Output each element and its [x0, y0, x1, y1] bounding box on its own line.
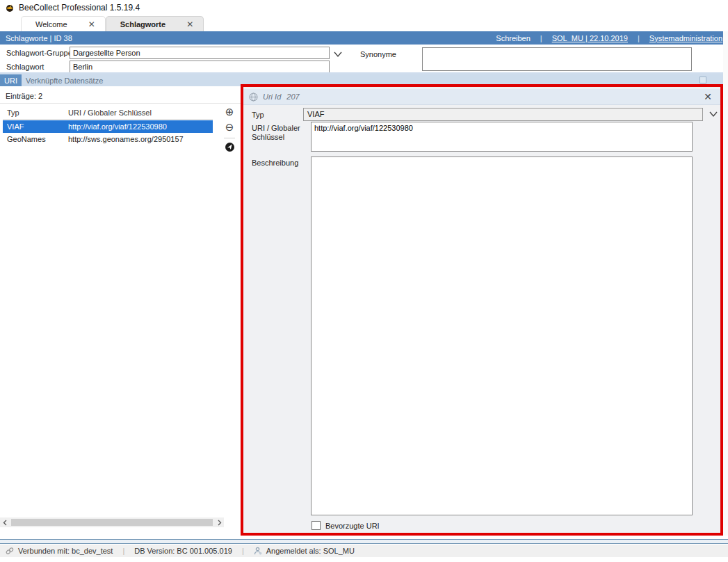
scroll-right-icon[interactable] — [214, 517, 224, 527]
user-icon — [254, 547, 262, 555]
user-date-link[interactable]: SOL_MU | 22.10.2019 — [552, 34, 628, 42]
logged-in-status: Angemeldet als: SOL_MU — [266, 547, 355, 555]
systemadministration-link[interactable]: Systemadministration — [649, 34, 722, 42]
synonyms-label: Synonyme — [360, 50, 396, 58]
cell-uri: http://sws.geonames.org/2950157 — [68, 135, 213, 143]
detail-close-icon[interactable]: ✕ — [701, 91, 715, 102]
divider — [0, 103, 241, 104]
globe-icon — [249, 93, 258, 102]
description-label: Beschreibung — [252, 159, 298, 167]
mode-label: Schreiben — [496, 34, 531, 42]
document-tabstrip: Welcome ✕ Schlagworte ✕ — [0, 15, 728, 31]
separator: | — [638, 34, 640, 42]
tab-schlagworte-label: Schlagworte — [116, 20, 184, 29]
typ-label: Typ — [252, 111, 264, 119]
remove-uri-button[interactable]: ⊖ — [225, 120, 234, 135]
open-uri-globe-button[interactable] — [225, 142, 235, 152]
tab-welcome-label: Welcome — [31, 20, 86, 29]
typ-dropdown-chevron-icon[interactable] — [708, 110, 719, 118]
synonyms-textarea[interactable] — [422, 47, 692, 71]
separator: | — [540, 34, 542, 42]
list-header-row: Typ URI / Globaler Schlüssel — [3, 106, 213, 120]
connected-status: Verbunden mit: bc_dev_test — [18, 547, 113, 555]
keyword-label: Schlagwort — [6, 63, 44, 71]
preferred-uri-checkbox[interactable] — [312, 521, 321, 530]
tab-welcome-close-icon[interactable]: ✕ — [86, 19, 98, 30]
column-header-uri[interactable]: URI / Globaler Schlüssel — [68, 109, 213, 117]
horizontal-scrollbar[interactable] — [0, 517, 224, 527]
cell-typ: GeoNames — [3, 135, 68, 143]
tab-schlagworte-close-icon[interactable]: ✕ — [184, 19, 196, 30]
window-title: BeeCollect Professional 1.5.19.4 — [19, 3, 140, 13]
description-textarea[interactable] — [311, 156, 693, 515]
list-toolbar: ⊕ ⊖ — [221, 104, 238, 152]
connection-link-icon — [6, 547, 14, 555]
detail-title: Uri Id — [263, 93, 281, 101]
uri-list-panel: Einträge: 2 Typ URI / Globaler Schlüssel… — [0, 86, 241, 536]
entries-count: Einträge: 2 — [6, 92, 42, 100]
add-uri-button[interactable]: ⊕ — [225, 104, 234, 120]
uri-detail-panel: Uri Id 207 ✕ Typ VIAF URI / Globaler Sch… — [241, 84, 723, 536]
panel-maximize-icon[interactable] — [699, 77, 706, 83]
preferred-uri-label: Bevorzugte URI — [325, 522, 380, 530]
uri-key-label: URI / Globaler Schlüssel — [252, 124, 309, 142]
record-header-bar: Schlagworte | ID 38 Schreiben | SOL_MU |… — [0, 31, 728, 45]
cell-typ: VIAF — [3, 122, 68, 131]
splitter-bar[interactable] — [0, 539, 728, 544]
tab-welcome[interactable]: Welcome ✕ — [21, 16, 106, 31]
title-bar: BeeCollect Professional 1.5.19.4 — [0, 0, 728, 15]
db-version-status: DB Version: BC 001.005.019 — [134, 547, 232, 555]
preferred-uri-row: Bevorzugte URI — [312, 521, 380, 530]
scrollbar-thumb[interactable] — [11, 519, 213, 526]
table-row-viaf[interactable]: VIAF http://viaf.org/viaf/122530980 — [3, 120, 213, 133]
tab-schlagworte[interactable]: Schlagworte ✕ — [106, 16, 204, 31]
app-logo-bee-icon — [5, 3, 15, 13]
typ-dropdown[interactable]: VIAF — [303, 108, 703, 121]
keyword-form: Schlagwort-Gruppe Schlagwort Synonyme — [0, 45, 728, 73]
cell-uri: http://viaf.org/viaf/122530980 — [68, 122, 213, 131]
divider — [224, 138, 235, 138]
group-dropdown-chevron-icon[interactable] — [332, 50, 343, 58]
record-title: Schlagworte | ID 38 — [6, 34, 72, 42]
keyword-input[interactable] — [70, 61, 330, 73]
status-bar: Verbunden mit: bc_dev_test | DB Version:… — [0, 545, 728, 557]
right-edge-strip — [723, 31, 728, 536]
group-input[interactable] — [70, 47, 330, 59]
beecollect-window: BeeCollect Professional 1.5.19.4 Welcome… — [0, 0, 728, 562]
subtab-uri[interactable]: URI — [0, 74, 22, 86]
separator: | — [122, 547, 124, 555]
uri-key-textarea[interactable]: http://viaf.org/viaf/122530980 — [311, 122, 693, 152]
table-row-geonames[interactable]: GeoNames http://sws.geonames.org/2950157 — [3, 133, 213, 145]
column-header-typ[interactable]: Typ — [3, 109, 68, 117]
detail-id: 207 — [286, 93, 299, 101]
group-label: Schlagwort-Gruppe — [6, 49, 72, 57]
subtab-uri-label: URI — [4, 77, 17, 85]
subtab-verknuepfte-datensaetze[interactable]: Verknüpfte Datensätze — [22, 74, 107, 86]
detail-header: Uri Id 207 ✕ — [243, 89, 720, 105]
scroll-left-icon[interactable] — [0, 517, 10, 527]
subtab-verknuepfte-label: Verknüpfte Datensätze — [26, 77, 103, 85]
separator: | — [242, 547, 244, 555]
